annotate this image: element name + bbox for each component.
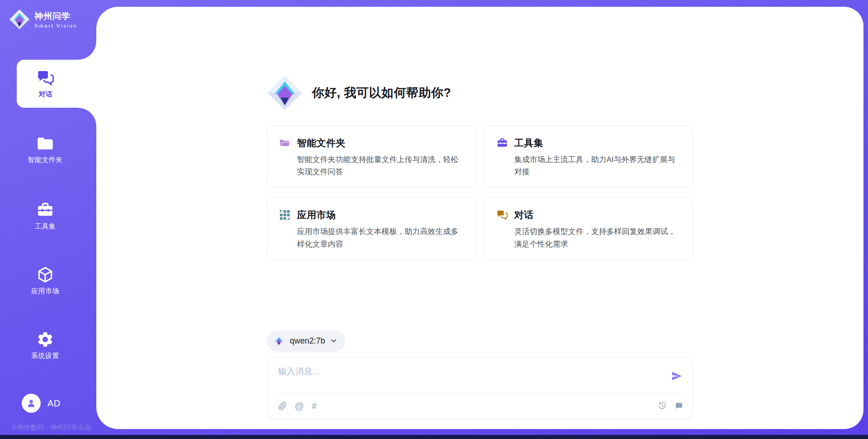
user-account[interactable]: AD: [22, 394, 61, 413]
folder-icon: [36, 134, 54, 153]
feature-cards: 智能文件夹 智能文件夹功能支持批量文件上传与清洗，轻松实现文件问答 工具集 集成…: [267, 125, 693, 260]
sidebar-item-label: 工具集: [35, 222, 56, 231]
send-icon: [671, 370, 683, 382]
card-title: 应用市场: [297, 209, 336, 221]
main-panel: 你好, 我可以如何帮助你? 智能文件夹 智能文件夹功能支持批量文件上传与清洗，轻…: [96, 7, 863, 429]
greeting-title: 你好, 我可以如何帮助你?: [312, 85, 451, 101]
mention-button[interactable]: @: [295, 401, 304, 410]
app-subtitle: Smart Vision: [34, 23, 77, 29]
gear-icon: [36, 330, 54, 348]
model-name: qwen2:7b: [290, 336, 325, 346]
horizontal-scrollbar[interactable]: [0, 435, 868, 439]
chevron-down-icon: [330, 337, 337, 344]
sidebar-item-label: 系统设置: [31, 352, 59, 360]
sidebar-item-settings[interactable]: 系统设置: [0, 329, 96, 362]
card-description: 应用市场提供丰富长文本模板，助力高效生成多样化文章内容: [297, 225, 464, 250]
folder-open-icon: [279, 137, 291, 149]
feedback-button[interactable]: [675, 401, 684, 410]
message-input[interactable]: [278, 366, 661, 389]
sidebar-item-label: 应用市场: [31, 287, 59, 296]
model-diamond-icon: [273, 335, 285, 347]
send-button[interactable]: [671, 370, 683, 382]
app-logo: 神州问学 Smart Vision: [9, 9, 77, 30]
card-description: 智能文件夹功能支持批量文件上传与清洗，轻松实现文件问答: [297, 153, 464, 178]
sidebar-item-toolset[interactable]: 工具集: [0, 200, 96, 232]
brand-diamond-icon: [9, 9, 30, 30]
toolbox-icon: [496, 137, 508, 149]
card-toolset[interactable]: 工具集 集成市场上主流工具，助力AI与外界无缝扩展与对接: [484, 125, 693, 187]
sidebar-item-label: 对话: [39, 90, 53, 99]
attach-button[interactable]: [278, 401, 287, 410]
greeting: 你好, 我可以如何帮助你?: [267, 75, 693, 111]
history-button[interactable]: [658, 401, 667, 410]
chat-icon: [37, 69, 55, 87]
cube-icon: [36, 266, 54, 284]
sidebar: 神州问学 Smart Vision 对话 智能文件夹 工具集: [0, 0, 96, 439]
sidebar-item-label: 智能文件夹: [28, 156, 63, 164]
card-app-market[interactable]: 应用市场 应用市场提供丰富长文本模板，助力高效生成多样化文章内容: [267, 197, 476, 259]
app-name: 神州问学: [34, 10, 77, 22]
card-title: 工具集: [514, 137, 544, 149]
paperclip-icon: [278, 401, 287, 410]
card-smart-folder[interactable]: 智能文件夹 智能文件夹功能支持批量文件上传与清洗，轻松实现文件问答: [267, 125, 476, 187]
sidebar-footer: ©神州数码 · 神州问学出品: [12, 423, 91, 432]
sidebar-item-app-market[interactable]: 应用市场: [0, 264, 96, 297]
user-icon: [25, 397, 37, 409]
topic-button[interactable]: #: [311, 401, 316, 410]
card-title: 智能文件夹: [297, 137, 346, 149]
toolbox-icon: [36, 201, 54, 219]
assistant-diamond-icon: [267, 75, 303, 111]
sidebar-item-chat[interactable]: 对话: [17, 60, 96, 108]
sidebar-item-smart-folder[interactable]: 智能文件夹: [0, 133, 96, 166]
card-title: 对话: [514, 209, 534, 221]
card-description: 集成市场上主流工具，助力AI与外界无缝扩展与对接: [514, 153, 681, 178]
grid-icon: [279, 209, 291, 221]
avatar: [22, 394, 41, 413]
user-initials: AD: [47, 398, 61, 409]
chat-icon: [496, 209, 508, 221]
model-selector[interactable]: qwen2:7b: [267, 330, 345, 352]
card-description: 灵活切换多模型文件，支持多样回复效果调试，满足个性化需求: [514, 225, 681, 250]
chat-bubble-icon: [675, 401, 684, 410]
message-composer: @ #: [267, 357, 693, 419]
history-icon: [658, 401, 667, 410]
card-chat[interactable]: 对话 灵活切换多模型文件，支持多样回复效果调试，满足个性化需求: [484, 197, 693, 259]
